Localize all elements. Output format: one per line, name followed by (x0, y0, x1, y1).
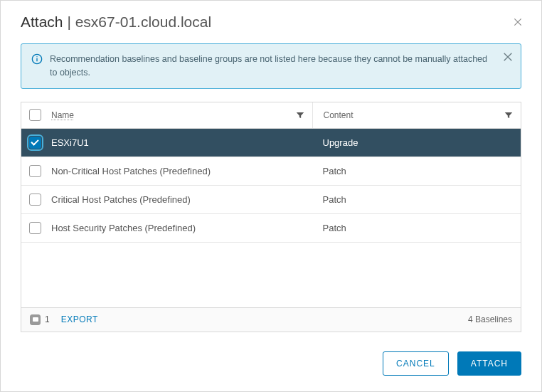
title-target: esx67-01.cloud.local (75, 14, 211, 30)
row-checkbox[interactable] (29, 194, 41, 206)
select-all-checkbox[interactable] (29, 109, 41, 121)
attach-button[interactable]: ATTACH (457, 351, 521, 376)
column-header-name[interactable]: Name (48, 110, 312, 120)
row-checkbox[interactable] (29, 222, 41, 234)
column-header-content[interactable]: Content (312, 102, 521, 128)
dialog-body: Recommendation baselines and baseline gr… (1, 41, 541, 340)
row-name: Non-Critical Host Patches (Predefined) (51, 166, 211, 176)
column-content-label: Content (323, 110, 353, 120)
table-body: ESXi7U1 Upgrade Non-Critical Host Patche… (21, 129, 521, 307)
export-button[interactable]: EXPORT (61, 314, 98, 324)
table-row[interactable]: ESXi7U1 Upgrade (21, 129, 521, 157)
filter-icon[interactable] (504, 110, 514, 120)
row-content: Patch (323, 194, 346, 205)
title-prefix: Attach (21, 14, 63, 30)
dialog-title: Attach | esx67-01.cloud.local (21, 14, 211, 31)
table-header: Name Content (21, 102, 521, 129)
row-name: ESXi7U1 (51, 137, 89, 148)
row-checkbox[interactable] (29, 137, 41, 149)
close-icon[interactable] (511, 16, 524, 28)
dialog-header: Attach | esx67-01.cloud.local (1, 1, 541, 41)
filter-icon[interactable] (295, 110, 305, 120)
selected-count: 1 (45, 314, 50, 324)
table-row[interactable]: Non-Critical Host Patches (Predefined) P… (21, 157, 521, 186)
banner-close-icon[interactable] (502, 51, 514, 63)
column-name-label: Name (51, 110, 74, 120)
row-content: Patch (323, 166, 346, 176)
info-icon (31, 53, 43, 65)
dialog-footer: CANCEL ATTACH (1, 340, 541, 391)
table-row[interactable]: Critical Host Patches (Predefined) Patch (21, 186, 521, 214)
info-text: Recommendation baselines and baseline gr… (50, 53, 492, 80)
attach-dialog: Attach | esx67-01.cloud.local Recommenda… (0, 0, 542, 392)
row-content: Patch (323, 223, 346, 233)
baselines-table: Name Content ESXi7U1 Upgrade (21, 102, 521, 332)
table-row[interactable]: Host Security Patches (Predefined) Patch (21, 214, 521, 243)
info-banner: Recommendation baselines and baseline gr… (21, 43, 521, 89)
total-count: 4 Baselines (468, 314, 512, 324)
row-name: Host Security Patches (Predefined) (51, 223, 196, 233)
row-name: Critical Host Patches (Predefined) (51, 194, 191, 205)
svg-point-2 (36, 56, 37, 57)
table-footer: 1 EXPORT 4 Baselines (21, 307, 521, 332)
title-sep: | (63, 14, 75, 30)
cancel-button[interactable]: CANCEL (383, 351, 449, 376)
footer-indeterminate-checkbox[interactable] (30, 314, 41, 325)
row-checkbox[interactable] (29, 165, 41, 177)
header-checkbox-cell (21, 109, 48, 121)
row-content: Upgrade (323, 137, 358, 148)
